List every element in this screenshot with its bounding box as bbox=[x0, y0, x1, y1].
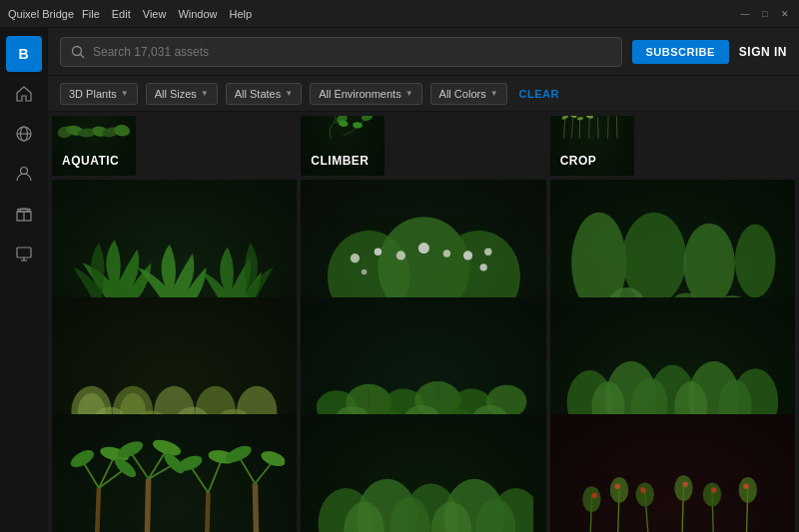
filter-color-arrow: ▼ bbox=[490, 89, 498, 98]
subscribe-button[interactable]: SUBSCRIBE bbox=[632, 40, 729, 64]
filter-state[interactable]: All States ▼ bbox=[226, 83, 302, 105]
svg-point-43 bbox=[361, 268, 367, 274]
clear-filters-button[interactable]: CLEAR bbox=[519, 88, 559, 100]
filter-environment-arrow: ▼ bbox=[405, 89, 413, 98]
sidebar: B bbox=[0, 28, 48, 532]
svg-point-135 bbox=[614, 484, 620, 490]
window-controls: — □ ✕ bbox=[739, 8, 791, 20]
app-title: Quixel Bridge bbox=[8, 8, 74, 20]
svg-point-132 bbox=[703, 483, 721, 507]
search-box[interactable] bbox=[60, 37, 622, 67]
svg-point-93 bbox=[68, 447, 97, 471]
filter-state-label: All States bbox=[235, 88, 281, 100]
svg-point-38 bbox=[396, 251, 404, 260]
svg-point-39 bbox=[417, 243, 428, 254]
svg-line-109 bbox=[239, 456, 256, 484]
svg-point-112 bbox=[260, 448, 285, 469]
svg-point-29 bbox=[561, 116, 569, 121]
asset-grid: AQUATIC bbox=[48, 112, 799, 532]
svg-point-131 bbox=[674, 475, 692, 501]
grid-item-palm[interactable]: PALM bbox=[52, 414, 297, 532]
aquatic-label: AQUATIC bbox=[62, 154, 119, 168]
svg-point-130 bbox=[636, 483, 654, 507]
main-content: SUBSCRIBE SIGN IN 3D Plants ▼ All Sizes … bbox=[48, 28, 799, 532]
minimize-button[interactable]: — bbox=[739, 8, 751, 20]
svg-point-31 bbox=[576, 117, 583, 121]
topbar: SUBSCRIBE SIGN IN bbox=[48, 28, 799, 76]
svg-point-40 bbox=[442, 250, 449, 257]
svg-line-108 bbox=[256, 484, 258, 532]
svg-point-41 bbox=[463, 251, 472, 260]
grid-item-crop[interactable]: CROP bbox=[550, 116, 634, 176]
menu-file[interactable]: File bbox=[82, 8, 100, 20]
filter-color[interactable]: All Colors ▼ bbox=[430, 83, 507, 105]
search-icon bbox=[71, 45, 85, 59]
svg-point-134 bbox=[591, 493, 597, 499]
svg-line-105 bbox=[209, 459, 223, 493]
svg-line-22 bbox=[563, 117, 565, 139]
filter-state-arrow: ▼ bbox=[285, 89, 293, 98]
crop-label: CROP bbox=[560, 154, 597, 168]
filter-category[interactable]: 3D Plants ▼ bbox=[60, 83, 138, 105]
sidebar-user[interactable] bbox=[6, 156, 42, 192]
svg-point-37 bbox=[374, 248, 381, 255]
menu-window[interactable]: Window bbox=[178, 8, 217, 20]
svg-point-51 bbox=[735, 224, 775, 297]
grid-item-climber[interactable]: CLIMBER bbox=[301, 116, 385, 176]
menu-view[interactable]: View bbox=[143, 8, 167, 20]
svg-point-128 bbox=[582, 486, 600, 512]
filter-size-label: All Sizes bbox=[155, 88, 197, 100]
svg-point-129 bbox=[610, 477, 628, 503]
svg-point-133 bbox=[739, 477, 757, 503]
svg-line-28 bbox=[616, 117, 617, 139]
filter-size-arrow: ▼ bbox=[201, 89, 209, 98]
grid-item-shrub[interactable]: SHRUB bbox=[301, 414, 545, 532]
svg-point-10 bbox=[73, 46, 82, 55]
svg-line-104 bbox=[190, 465, 208, 493]
svg-line-96 bbox=[147, 479, 149, 532]
titlebar-left: Quixel Bridge File Edit View Window Help bbox=[8, 8, 252, 20]
svg-line-89 bbox=[96, 488, 99, 532]
sidebar-home[interactable] bbox=[6, 76, 42, 112]
svg-point-20 bbox=[360, 116, 373, 122]
sidebar-globe[interactable] bbox=[6, 116, 42, 152]
filter-environment[interactable]: All Environments ▼ bbox=[310, 83, 421, 105]
grid-item-wildflower[interactable]: WILDFLOWER bbox=[550, 414, 795, 532]
maximize-button[interactable]: □ bbox=[759, 8, 771, 20]
svg-rect-7 bbox=[17, 248, 31, 258]
svg-line-26 bbox=[597, 117, 598, 138]
sidebar-gift[interactable] bbox=[6, 196, 42, 232]
filter-environment-label: All Environments bbox=[319, 88, 401, 100]
filterbar: 3D Plants ▼ All Sizes ▼ All States ▼ All… bbox=[48, 76, 799, 112]
app-body: B bbox=[0, 28, 799, 532]
menu-bar: File Edit View Window Help bbox=[82, 8, 252, 20]
sidebar-monitor[interactable] bbox=[6, 236, 42, 271]
svg-point-21 bbox=[353, 122, 363, 129]
grid-item-aquatic[interactable]: AQUATIC bbox=[52, 116, 136, 176]
signin-button[interactable]: SIGN IN bbox=[739, 45, 787, 59]
close-button[interactable]: ✕ bbox=[779, 8, 791, 20]
menu-edit[interactable]: Edit bbox=[112, 8, 131, 20]
svg-line-24 bbox=[579, 118, 580, 138]
titlebar: Quixel Bridge File Edit View Window Help… bbox=[0, 0, 799, 28]
svg-line-25 bbox=[589, 116, 590, 139]
brand-icon[interactable]: B bbox=[6, 36, 42, 72]
svg-line-23 bbox=[571, 116, 573, 139]
filter-category-label: 3D Plants bbox=[69, 88, 117, 100]
svg-point-49 bbox=[683, 223, 735, 305]
svg-line-11 bbox=[81, 54, 85, 58]
svg-point-36 bbox=[350, 254, 359, 263]
menu-help[interactable]: Help bbox=[230, 8, 253, 20]
svg-point-137 bbox=[682, 482, 688, 488]
filter-size[interactable]: All Sizes ▼ bbox=[146, 83, 218, 105]
svg-point-139 bbox=[743, 484, 749, 490]
svg-point-44 bbox=[479, 264, 486, 270]
svg-point-136 bbox=[640, 487, 646, 493]
svg-line-103 bbox=[207, 493, 209, 532]
filter-color-label: All Colors bbox=[439, 88, 486, 100]
search-input[interactable] bbox=[93, 45, 611, 59]
climber-label: CLIMBER bbox=[311, 154, 369, 168]
svg-point-42 bbox=[484, 248, 491, 255]
svg-line-27 bbox=[607, 116, 608, 139]
svg-point-138 bbox=[711, 487, 717, 493]
